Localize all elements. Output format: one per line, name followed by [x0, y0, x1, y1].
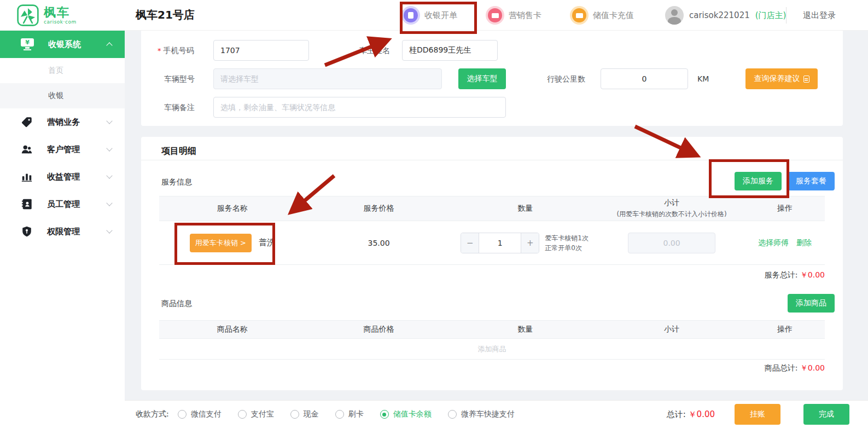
- sidebar-item-staff[interactable]: 员工管理: [0, 190, 125, 218]
- nav-marketing-card[interactable]: 营销售卡: [488, 8, 541, 22]
- card-redeem-note: 爱车卡核销1次 正常开单0次: [545, 233, 590, 253]
- payment-wechat[interactable]: 微信支付: [178, 409, 222, 419]
- service-row: 用爱车卡核销 > 普洗 35.00 − + 爱车卡核销1次 正常开单0次 选择师: [159, 221, 825, 265]
- contact-book-icon: [21, 198, 33, 210]
- quantity-stepper: − +: [461, 233, 539, 253]
- chevron-down-icon: [106, 227, 112, 233]
- detail-title: 项目明细: [161, 146, 196, 157]
- cash-register-icon: ¥: [21, 38, 34, 50]
- increase-quantity-button[interactable]: +: [521, 233, 539, 253]
- col-service-price: 服务价格: [306, 204, 452, 213]
- grand-total: 总计: ￥0.00: [667, 409, 715, 420]
- mileage-unit: KM: [697, 74, 709, 83]
- select-model-button[interactable]: 选择车型: [458, 68, 506, 89]
- nav-marketing-card-label: 营销售卡: [509, 10, 541, 21]
- sidebar-item-customers[interactable]: 客户管理: [0, 136, 125, 163]
- logout-button[interactable]: 退出登录: [786, 7, 836, 24]
- radio-icon: [290, 410, 299, 419]
- quantity-input[interactable]: [479, 233, 521, 253]
- brand-domain: carisok·com: [44, 20, 77, 25]
- col-actions: 操作: [745, 325, 825, 334]
- username: carisok221021: [689, 10, 750, 20]
- grand-total-value: ￥0.00: [689, 409, 715, 419]
- redeem-with-car-card-button[interactable]: 用爱车卡核销 >: [190, 234, 252, 252]
- user-info[interactable]: carisok221021 (门店主): [665, 0, 786, 31]
- brand-name: 枫车: [44, 7, 77, 19]
- select-technician-link[interactable]: 选择师傅: [758, 238, 789, 248]
- maintenance-advice-button[interactable]: 查询保养建议: [745, 68, 818, 89]
- sidebar-item-permissions[interactable]: 权限管理: [0, 218, 125, 245]
- col-product-name: 商品名称: [159, 325, 306, 334]
- phone-input[interactable]: [213, 40, 309, 61]
- nav-cashier-billing[interactable]: 收银开单: [404, 8, 457, 22]
- sidebar-item-label: 营销业务: [47, 117, 80, 128]
- add-product-button[interactable]: 添加商品: [788, 294, 835, 313]
- decrease-quantity-button[interactable]: −: [461, 233, 479, 253]
- sidebar: ¥ 收银系统 首页 收银 营销业务 客户管理: [0, 31, 125, 428]
- vehicle-remark-label: 车辆备注: [164, 103, 195, 113]
- service-table: 服务名称 服务价格 数量 小计 (用爱车卡核销的次数不计入小计价格) 操作 用爱…: [159, 196, 825, 265]
- complete-button[interactable]: 完成: [803, 404, 849, 425]
- receipt-icon: [404, 8, 418, 22]
- store-title: 枫车21号店: [136, 8, 195, 22]
- owner-name-label: 车主姓名: [359, 46, 390, 56]
- chevron-down-icon: [106, 118, 112, 124]
- people-icon: [21, 143, 33, 155]
- col-quantity: 数量: [452, 325, 598, 334]
- top-nav: 收银开单 营销售卡 储值卡充值: [404, 0, 634, 31]
- vehicle-model-input[interactable]: [213, 68, 442, 89]
- nav-stored-value-recharge[interactable]: 储值卡充值: [572, 8, 634, 22]
- sidebar-item-label: 客户管理: [47, 144, 80, 155]
- col-service-name: 服务名称: [159, 204, 306, 213]
- product-total-value: ￥0.00: [800, 363, 825, 372]
- sidebar-item-label: 员工管理: [47, 199, 80, 210]
- product-empty-placeholder[interactable]: 添加商品: [159, 339, 825, 360]
- payment-cash[interactable]: 现金: [290, 409, 319, 419]
- hold-account-button[interactable]: 挂账: [735, 404, 780, 425]
- radio-selected-icon: [380, 410, 389, 419]
- payment-weiyangche-quickpay[interactable]: 微养车快捷支付: [448, 409, 515, 419]
- nav-stored-value-recharge-label: 储值卡充值: [593, 10, 634, 21]
- sidebar-item-label: 收益管理: [47, 172, 80, 182]
- radio-icon: [335, 410, 344, 419]
- tags-icon: [21, 116, 33, 128]
- add-service-button[interactable]: 添加服务: [735, 172, 782, 190]
- delete-service-link[interactable]: 删除: [796, 238, 812, 248]
- shield-key-icon: [21, 225, 33, 238]
- chevron-up-icon: [106, 42, 112, 48]
- chevron-down-icon: [106, 200, 112, 206]
- vehicle-model-label: 车辆型号: [164, 74, 195, 84]
- product-total: 商品总计: ￥0.00: [765, 363, 825, 373]
- sidebar-item-label: 收银系统: [48, 39, 81, 50]
- sidebar-item-marketing[interactable]: 营销业务: [0, 108, 125, 136]
- sidebar-item-label: 权限管理: [47, 227, 80, 237]
- payment-method-label: 收款方式:: [136, 409, 169, 419]
- user-avatar-icon: [665, 6, 684, 25]
- payment-bar: 收款方式: 微信支付 支付宝 现金 刷卡 储值卡余额 微养车快捷支付 总计: ￥…: [125, 400, 868, 428]
- owner-name-input[interactable]: [402, 40, 498, 61]
- subtotal-input[interactable]: [628, 233, 715, 253]
- user-role: (门店主): [755, 10, 787, 21]
- order-form-card: *手机号码 车主姓名 车辆型号 选择车型 行驶公里数 KM 查询保养建议 车辆备…: [141, 31, 843, 126]
- service-total: 服务总计: ￥0.00: [765, 270, 825, 280]
- service-section-label: 服务信息: [161, 177, 192, 187]
- vehicle-remark-input[interactable]: [213, 97, 506, 118]
- col-quantity: 数量: [452, 204, 598, 213]
- payment-stored-value-balance[interactable]: 储值卡余额: [380, 409, 432, 419]
- product-section-label: 商品信息: [161, 299, 192, 309]
- sidebar-item-cashier-system[interactable]: ¥ 收银系统: [0, 31, 125, 58]
- mileage-input[interactable]: [601, 68, 688, 89]
- phone-label: *手机号码: [158, 46, 194, 56]
- sidebar-item-revenue[interactable]: 收益管理: [0, 163, 125, 190]
- payment-alipay[interactable]: 支付宝: [238, 409, 274, 419]
- payment-swipe-card[interactable]: 刷卡: [335, 409, 364, 419]
- sidebar-subitem-cashier[interactable]: 收银: [0, 83, 125, 108]
- service-total-value: ￥0.00: [800, 270, 825, 279]
- sidebar-subitem-home[interactable]: 首页: [0, 58, 125, 83]
- required-asterisk: *: [158, 47, 161, 55]
- col-subtotal: 小计 (用爱车卡核销的次数不计入小计价格): [598, 198, 745, 219]
- service-package-button[interactable]: 服务套餐: [788, 172, 835, 190]
- product-table: 商品名称 商品价格 数量 小计 操作 添加商品: [159, 320, 825, 360]
- brand-logo: 枫车 carisok·com: [16, 4, 77, 27]
- radio-icon: [448, 410, 457, 419]
